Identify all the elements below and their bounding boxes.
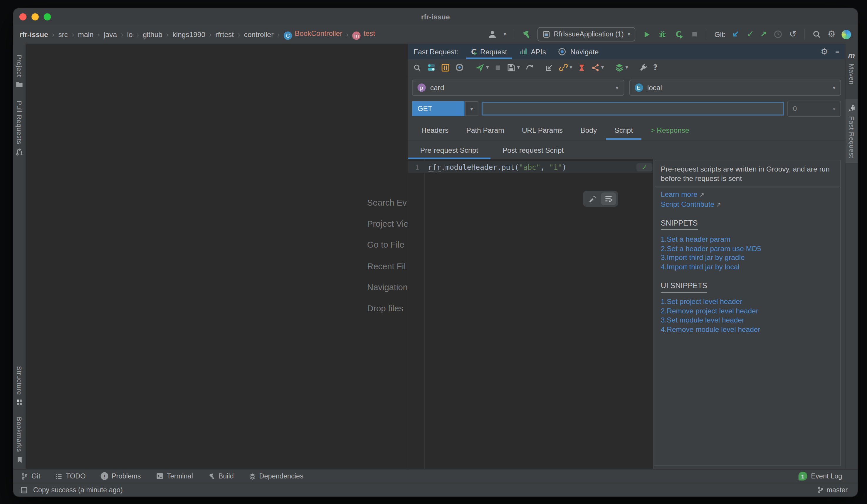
import-api-icon[interactable] (545, 63, 553, 72)
toolbar-tab-problems[interactable]: ! Problems (100, 472, 141, 480)
snippet-link[interactable]: 1.Set project level header (661, 298, 834, 307)
magic-wand-icon[interactable] (585, 192, 600, 205)
environment-select[interactable]: E local ▾ (629, 79, 841, 96)
git-update-icon[interactable] (731, 29, 741, 39)
snippet-link[interactable]: 4.Import third jar by local (661, 262, 834, 271)
git-branch-widget[interactable]: master (817, 486, 848, 494)
tab-url-params[interactable]: URL Params (513, 120, 571, 140)
record-icon[interactable] (455, 63, 464, 72)
breadcrumb-item[interactable]: kings1990 (172, 30, 206, 39)
snippet-link[interactable]: 2.Remove project level header (661, 307, 834, 316)
tab-label: Navigate (570, 47, 599, 55)
toolbox-wrench-icon[interactable] (639, 63, 647, 72)
url-input[interactable] (482, 101, 784, 116)
breadcrumb-separator: › (166, 30, 169, 39)
version-select[interactable]: 0 ▾ (788, 101, 841, 117)
sidebar-tab-fast-request[interactable]: Fast Request (846, 99, 858, 163)
tab-script[interactable]: Script (606, 120, 642, 140)
tab-pre-request-script[interactable]: Pre-request Script (408, 140, 490, 159)
inspections-ok-icon[interactable]: ✓ (636, 163, 652, 171)
pull-request-icon (15, 148, 23, 156)
tab-response[interactable]: > Response (642, 120, 698, 140)
tab-post-request-script[interactable]: Post-request Script (491, 140, 576, 159)
panel-settings-icon[interactable]: ⚙ (821, 47, 828, 55)
save-icon[interactable]: ▾ (507, 63, 520, 72)
snippet-link[interactable]: 1.Set a header param (661, 235, 834, 244)
toggles-icon[interactable] (427, 63, 436, 72)
soft-wrap-icon[interactable] (601, 192, 616, 205)
breadcrumb-item[interactable]: io (127, 30, 133, 39)
breadcrumb-item[interactable]: rfr-issue (19, 30, 49, 39)
project-select[interactable]: p card ▾ (412, 79, 624, 96)
script-contribute-link[interactable]: Script Contribute↗ (661, 200, 834, 209)
sidebar-tab-project[interactable]: Project (15, 55, 23, 88)
run-icon[interactable] (641, 29, 651, 39)
user-profile-icon[interactable] (488, 29, 497, 39)
breadcrumb-item[interactable]: rfrtest (215, 30, 234, 39)
toolbar-tab-terminal[interactable]: Terminal (156, 472, 193, 480)
breadcrumb-item[interactable]: controller (244, 30, 274, 39)
breadcrumb-item[interactable]: src (58, 30, 68, 39)
tab-label: TODO (66, 472, 86, 480)
tab-apis[interactable]: APIs (513, 44, 552, 59)
git-commit-icon[interactable]: ✓ (747, 30, 754, 39)
learn-more-link[interactable]: Learn more↗ (661, 190, 834, 200)
history-icon[interactable] (773, 29, 783, 39)
plugin-sphere-icon[interactable] (842, 30, 851, 39)
tab-path-param[interactable]: Path Param (457, 120, 513, 140)
run-with-coverage-icon[interactable]: C (673, 29, 683, 39)
snippet-link[interactable]: 2.Set a header param use MD5 (661, 244, 834, 253)
search-everywhere-icon[interactable] (812, 29, 822, 39)
git-push-icon[interactable]: ↗ (760, 30, 767, 39)
debug-icon[interactable] (657, 29, 667, 39)
hide-panel-icon[interactable]: – (835, 47, 839, 55)
timeout-icon[interactable] (578, 63, 586, 72)
sidebar-tab-maven[interactable]: m Maven (848, 51, 855, 85)
code-line[interactable]: 1 rfr.moduleHeader.put("abc", "1") ✓ (408, 161, 652, 173)
toolbar-tab-todo[interactable]: TODO (55, 472, 85, 480)
copy-url-icon[interactable]: ▾ (559, 63, 572, 72)
snippet-link[interactable]: 4.Remove module level header (661, 325, 834, 334)
rollback-icon[interactable]: ↺ (789, 30, 796, 39)
help-icon[interactable]: ? (653, 64, 657, 71)
snippet-link[interactable]: 3.Set module level header (661, 316, 834, 325)
breadcrumb-item[interactable]: java (103, 30, 117, 39)
toolbar-tab-build[interactable]: Build (208, 472, 234, 480)
share-icon[interactable]: ▾ (591, 63, 604, 72)
method-select[interactable]: GET (412, 101, 464, 116)
run-toolbar: ▾ RfrIssueApplication (1) ▾ C (488, 27, 851, 41)
desktop: rfr-issue rfr-issue › src › main › java … (0, 0, 867, 504)
divider (804, 29, 804, 40)
breadcrumb-item-class[interactable]: CBookController (283, 29, 343, 40)
redo-icon[interactable] (525, 63, 534, 72)
editor-area[interactable]: Search Ev Project Vie Go to File Recent … (26, 44, 407, 469)
toolbar-tab-git[interactable]: Git (21, 472, 41, 480)
toolbar-tab-dependencies[interactable]: Dependencies (249, 472, 303, 480)
breadcrumb-item-method[interactable]: mtest (352, 29, 376, 40)
breadcrumb-separator: › (346, 30, 349, 39)
send-request-icon[interactable]: ▾ (475, 63, 489, 72)
breadcrumb-item[interactable]: github (142, 30, 163, 39)
snippet-link[interactable]: 3.Import third jar by gradle (661, 253, 834, 262)
sidebar-tab-structure[interactable]: Structure (15, 366, 23, 406)
tab-navigate[interactable]: Navigate (552, 44, 605, 59)
search-icon[interactable] (413, 63, 421, 72)
tab-body[interactable]: Body (571, 120, 606, 140)
run-configuration-select[interactable]: RfrIssueApplication (1) ▾ (537, 27, 635, 41)
tool-window-bar: Git TODO ! Problems Terminal Build Depen… (13, 469, 858, 483)
sidebar-tab-bookmarks[interactable]: Bookmarks (15, 417, 23, 463)
build-project-icon[interactable] (521, 29, 531, 39)
tool-window-switcher-icon[interactable] (19, 485, 29, 495)
event-log-button[interactable]: 1 Event Log (798, 472, 842, 481)
sidebar-tab-pull-requests[interactable]: Pull Requests (15, 101, 23, 156)
stop-request-icon[interactable] (494, 64, 501, 71)
settings-icon[interactable]: ⚙ (828, 30, 836, 39)
stop-icon[interactable] (689, 29, 699, 39)
tab-headers[interactable]: Headers (413, 120, 457, 140)
manage-filters-icon[interactable] (441, 63, 449, 72)
environment-layers-icon[interactable]: ▾ (615, 63, 628, 72)
method-caret[interactable]: ▾ (465, 101, 478, 116)
tab-request[interactable]: C Request (465, 44, 513, 59)
script-code-editor[interactable]: 1 rfr.moduleHeader.put("abc", "1") ✓ (408, 159, 653, 469)
breadcrumb-item[interactable]: main (77, 30, 94, 39)
